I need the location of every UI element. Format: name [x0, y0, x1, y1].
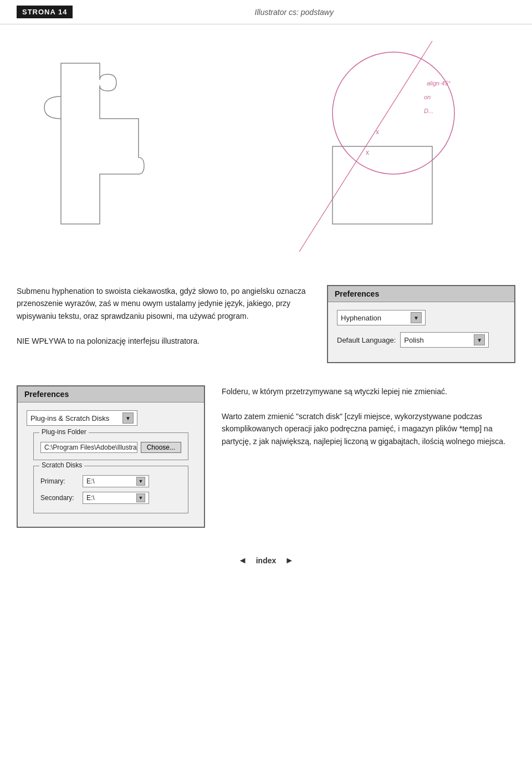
left-description: Submenu hyphenation to swoista ciekawost… — [17, 285, 310, 363]
paragraph-1: Submenu hyphenation to swoista ciekawost… — [17, 285, 310, 322]
svg-text:x: x — [366, 149, 369, 156]
primary-row: Primary: E:\ ▼ — [40, 475, 181, 487]
second-section: Preferences Plug-ins & Scratch Disks ▼ P… — [0, 369, 532, 528]
hyphenation-select[interactable]: Hyphenation ▼ — [337, 310, 426, 325]
right-paragraph-1: Folderu, w którym przetrzymywane są wtyc… — [222, 385, 515, 398]
primary-value: E:\ — [86, 477, 134, 485]
scratch-disks-select[interactable]: Plug-ins & Scratch Disks ▼ — [27, 410, 137, 426]
secondary-select[interactable]: E:\ ▼ — [83, 492, 149, 504]
next-arrow-icon[interactable]: ► — [285, 556, 294, 566]
secondary-value: E:\ — [86, 494, 134, 502]
language-arrow[interactable]: ▼ — [474, 334, 485, 345]
illustration-area: x x align 45° on D... — [17, 35, 515, 279]
prefs-dialog-2-container: Preferences Plug-ins & Scratch Disks ▼ P… — [17, 385, 205, 528]
svg-rect-2 — [332, 146, 432, 224]
circle-diagram-svg: x x align 45° on D... — [255, 35, 488, 257]
right-paragraph-2: Warto zatem zmienić "scratch disk" [czyl… — [222, 410, 515, 447]
svg-text:on: on — [424, 94, 431, 100]
scratch-disks-arrow[interactable]: ▼ — [122, 412, 134, 424]
prefs-body-1: Hyphenation ▼ Default Language: Polish ▼ — [328, 302, 514, 362]
svg-text:D...: D... — [424, 108, 433, 114]
language-select[interactable]: Polish ▼ — [400, 332, 489, 348]
secondary-arrow[interactable]: ▼ — [136, 493, 145, 502]
svg-text:x: x — [376, 128, 379, 136]
right-description: Folderu, w którym przetrzymywane są wtyc… — [222, 385, 515, 528]
plugins-folder-content: C:\Program Files\Adobe\Illustrator CS\Pl… — [40, 442, 181, 453]
hyphenation-value: Hyphenation — [341, 314, 408, 322]
puzzle-shape-svg — [28, 47, 183, 246]
choose-button[interactable]: Choose... — [141, 442, 181, 453]
language-label: Default Language: — [337, 336, 396, 344]
svg-text:align 45°: align 45° — [427, 80, 451, 86]
file-path-row: C:\Program Files\Adobe\Illustrator CS\Pl… — [40, 442, 181, 453]
secondary-row: Secondary: E:\ ▼ — [40, 492, 181, 504]
prefs-body-2: Plug-ins & Scratch Disks ▼ Plug-ins Fold… — [18, 403, 204, 527]
index-label[interactable]: index — [256, 556, 277, 565]
language-value: Polish — [404, 336, 472, 344]
plugins-folder-title: Plug-ins Folder — [39, 428, 89, 436]
scratch-disks-content: Primary: E:\ ▼ Secondary: E:\ ▼ — [40, 475, 181, 504]
page-number: STRONA 14 — [17, 6, 73, 18]
primary-arrow[interactable]: ▼ — [136, 477, 145, 486]
prev-arrow-icon[interactable]: ◄ — [238, 556, 247, 566]
file-path-value: C:\Program Files\Adobe\Illustrator CS\Pl… — [40, 442, 137, 453]
paragraph-2: NIE WPŁYWA to na polonizację interfejsu … — [17, 335, 310, 347]
prefs-dialog-1-container: Preferences Hyphenation ▼ Default Langua… — [327, 285, 515, 363]
scratch-disks-row: Plug-ins & Scratch Disks ▼ — [27, 410, 195, 426]
hyphenation-arrow[interactable]: ▼ — [411, 312, 422, 323]
prefs-title-2: Preferences — [18, 386, 204, 403]
prefs-dialog-1: Preferences Hyphenation ▼ Default Langua… — [327, 285, 515, 363]
primary-label: Primary: — [40, 477, 79, 485]
plugins-folder-group: Plug-ins Folder C:\Program Files\Adobe\I… — [33, 432, 188, 460]
svg-point-1 — [332, 52, 454, 174]
prefs-title-1: Preferences — [328, 286, 514, 302]
language-row: Default Language: Polish ▼ — [337, 332, 505, 348]
secondary-label: Secondary: — [40, 494, 79, 502]
page-header: STRONA 14 Illustrator cs: podstawy — [0, 0, 532, 24]
scratch-disks-value: Plug-ins & Scratch Disks — [30, 414, 120, 422]
page-footer: ◄ index ► — [0, 544, 532, 577]
main-content: Submenu hyphenation to swoista ciekawost… — [0, 285, 532, 363]
hyphenation-row: Hyphenation ▼ — [337, 310, 505, 325]
primary-select[interactable]: E:\ ▼ — [83, 475, 149, 487]
scratch-disks-group-title: Scratch Disks — [39, 461, 84, 469]
page-title: Illustrator cs: podstawy — [73, 8, 515, 17]
prefs-dialog-2: Preferences Plug-ins & Scratch Disks ▼ P… — [17, 385, 205, 528]
scratch-disks-group: Scratch Disks Primary: E:\ ▼ Secondary: — [33, 466, 188, 513]
